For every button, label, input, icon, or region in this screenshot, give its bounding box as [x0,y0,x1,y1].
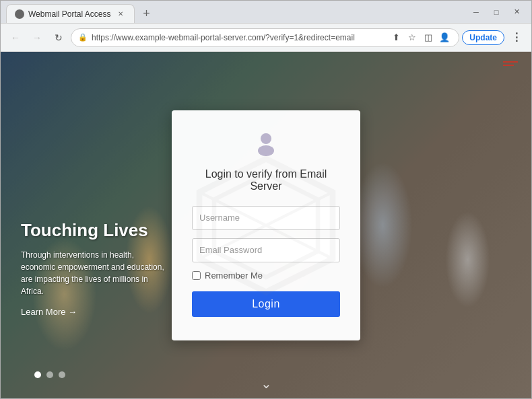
close-tab-button[interactable]: ✕ [115,9,126,20]
refresh-button[interactable]: ↻ [49,28,68,47]
tab-area: Webmail Portal Access ✕ + [6,1,461,23]
scroll-indicator: ⌄ [261,375,272,392]
password-group [192,238,340,262]
username-input[interactable] [192,206,340,230]
remember-me-row: Remember Me [192,270,340,281]
minimize-button[interactable]: ─ [467,3,486,22]
share-icon[interactable]: ⬆ [389,30,403,45]
title-bar: Webmail Portal Access ✕ + ─ □ ✕ [1,1,531,24]
browser-menu-button[interactable]: ⋮ [507,28,526,47]
update-button[interactable]: Update [462,30,504,45]
profile-icon[interactable]: 👤 [437,30,452,45]
lock-icon: 🔒 [78,33,88,42]
window-controls: ─ □ ✕ [467,3,526,22]
url-text: https://www.example-webmail-portal-serve… [92,33,385,42]
new-tab-button[interactable]: + [137,4,156,23]
navigation-bar: ← → ↻ 🔒 https://www.example-webmail-port… [1,24,531,52]
browser-frame: Webmail Portal Access ✕ + ─ □ ✕ ← → ↻ 🔒 … [0,0,532,399]
tab-favicon [15,9,24,19]
svg-point-4 [261,133,271,144]
address-bar[interactable]: 🔒 https://www.example-webmail-portal-ser… [71,28,459,47]
active-tab[interactable]: Webmail Portal Access ✕ [6,4,135,23]
maximize-button[interactable]: □ [487,3,506,22]
login-modal: Login to verify from Email Server Rememb… [172,110,360,340]
remember-me-checkbox[interactable] [192,271,201,280]
address-icons: ⬆ ☆ ◫ 👤 [389,30,452,45]
svg-point-5 [258,145,274,156]
bookmark-icon[interactable]: ☆ [405,30,420,45]
modal-logo [192,131,340,157]
forward-button[interactable]: → [28,28,46,47]
back-button[interactable]: ← [6,28,25,47]
sidebar-icon[interactable]: ◫ [421,30,436,45]
page-content: Touching Lives Through interventions in … [1,52,531,398]
modal-overlay: Login to verify from Email Server Rememb… [1,52,531,398]
close-window-button[interactable]: ✕ [507,3,526,22]
remember-me-label[interactable]: Remember Me [205,270,263,281]
modal-title: Login to verify from Email Server [192,168,340,192]
username-group [192,206,340,230]
password-input[interactable] [192,238,340,262]
tab-title: Webmail Portal Access [28,9,111,19]
login-button[interactable]: Login [192,291,340,317]
logo-icon [253,131,279,157]
